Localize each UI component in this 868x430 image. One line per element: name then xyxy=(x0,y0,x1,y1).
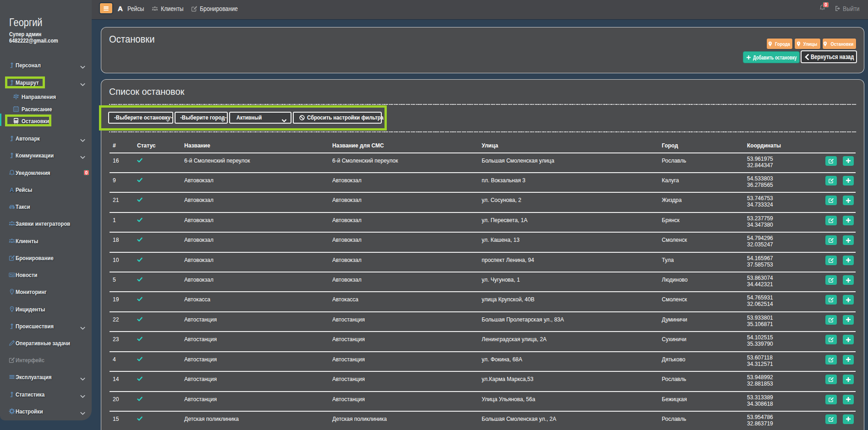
svg-text:A: A xyxy=(10,186,14,193)
